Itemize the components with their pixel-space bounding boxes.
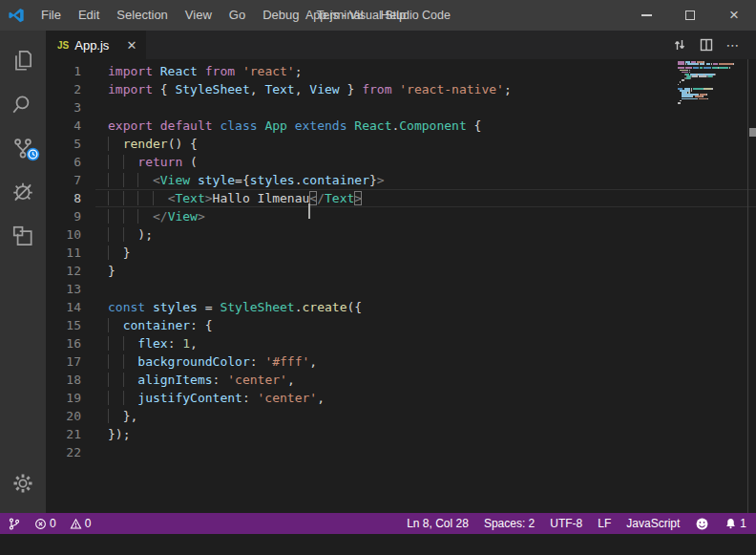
feedback-smiley-icon[interactable]	[695, 517, 709, 531]
code-line[interactable]: 10 );	[46, 225, 756, 244]
error-icon	[34, 518, 47, 530]
menu-debug[interactable]: Debug	[254, 0, 307, 31]
editor-actions: ⋯	[666, 31, 756, 59]
eol[interactable]: LF	[598, 517, 611, 530]
code-line[interactable]: 5 render() {	[46, 135, 756, 153]
code-line[interactable]: 15 container: {	[46, 316, 756, 334]
code-line[interactable]: 18 alignItems: 'center',	[46, 371, 756, 389]
code-line[interactable]: 11 }	[46, 244, 756, 262]
line-number[interactable]: 15	[46, 316, 95, 334]
line-number[interactable]: 10	[46, 225, 95, 244]
code-line[interactable]: 6 return (	[46, 153, 756, 171]
code-line[interactable]: 8 <Text>Hallo Ilmenau</Text>	[46, 189, 756, 207]
code-line[interactable]: 2import { StyleSheet, Text, View } from …	[46, 80, 756, 98]
code-line[interactable]: 7 <View style={styles.container}>	[46, 171, 756, 189]
code-line[interactable]: 19 justifyContent: 'center',	[46, 389, 756, 407]
git-branch-icon[interactable]	[8, 517, 21, 531]
split-editor-icon[interactable]	[693, 31, 720, 59]
code-line[interactable]: 3	[46, 98, 756, 117]
menu-file[interactable]: File	[32, 0, 70, 31]
cursor-position[interactable]: Ln 8, Col 28	[407, 517, 469, 530]
errors-count: 0	[50, 517, 56, 530]
encoding[interactable]: UTF-8	[550, 517, 582, 530]
menu-selection[interactable]: Selection	[108, 0, 176, 31]
warnings-item[interactable]: 0	[70, 517, 92, 530]
line-number[interactable]: 3	[46, 98, 95, 117]
line-number[interactable]: 21	[46, 425, 95, 443]
tab-label: App.js	[74, 38, 109, 53]
editor[interactable]: 1import React from 'react';2import { Sty…	[46, 59, 756, 513]
code-line[interactable]: 14const styles = StyleSheet.create({	[46, 298, 756, 316]
titlebar: FileEditSelectionViewGoDebugTerminalHelp…	[0, 0, 756, 31]
code-line[interactable]: 21});	[46, 425, 756, 443]
errors-item[interactable]: 0	[34, 517, 56, 530]
line-number[interactable]: 6	[46, 153, 95, 171]
js-file-icon: JS	[57, 40, 69, 51]
line-number[interactable]: 12	[46, 262, 95, 280]
scm-clock-badge	[26, 147, 40, 165]
debug-icon[interactable]	[0, 170, 46, 214]
line-number[interactable]: 18	[46, 371, 95, 389]
more-actions-icon[interactable]: ⋯	[720, 31, 746, 59]
line-number[interactable]: 20	[46, 407, 95, 425]
line-number[interactable]: 22	[46, 443, 95, 461]
code-line[interactable]: 1import React from 'react';	[46, 62, 756, 80]
menu-edit[interactable]: Edit	[70, 0, 108, 31]
notifications-bell[interactable]: 1	[724, 517, 746, 530]
tab-close-icon[interactable]: ✕	[126, 38, 136, 53]
line-number[interactable]: 9	[46, 207, 95, 225]
search-icon[interactable]	[0, 82, 46, 126]
code-line[interactable]: 12}	[46, 262, 756, 280]
settings-gear-icon[interactable]	[0, 461, 46, 505]
line-number[interactable]: 16	[46, 334, 95, 352]
minimap[interactable]	[678, 61, 746, 106]
cursor-marker	[749, 128, 756, 137]
indentation[interactable]: Spaces: 2	[484, 517, 535, 530]
explorer-icon[interactable]	[0, 38, 46, 82]
activity-bar	[0, 31, 46, 513]
code-line[interactable]: 4export default class App extends React.…	[46, 117, 756, 135]
line-number[interactable]: 8	[46, 189, 95, 207]
maximize-button[interactable]	[668, 0, 712, 31]
code-line[interactable]: 9 </View>	[46, 207, 756, 225]
code-line[interactable]: 16 flex: 1,	[46, 334, 756, 352]
overview-ruler[interactable]	[747, 59, 756, 513]
notification-count: 1	[740, 517, 746, 530]
line-number[interactable]: 7	[46, 171, 95, 189]
vscode-logo-icon	[0, 7, 32, 24]
code-lines: 1import React from 'react';2import { Sty…	[46, 62, 756, 461]
minimize-button[interactable]	[624, 0, 668, 31]
warnings-count: 0	[85, 517, 92, 530]
window-title: App.js - Visual Studio Code	[305, 9, 451, 22]
sync-icon[interactable]	[666, 31, 693, 59]
line-number[interactable]: 13	[46, 280, 95, 298]
line-number[interactable]: 4	[46, 117, 95, 135]
status-bar: 0 0 Ln 8, Col 28 Spaces: 2 UTF-8 LF Java…	[0, 513, 756, 534]
extensions-icon[interactable]	[0, 214, 46, 258]
line-number[interactable]: 11	[46, 244, 95, 262]
code-line[interactable]: 13	[46, 280, 756, 298]
tab-appjs[interactable]: JS App.js ✕	[46, 31, 146, 59]
code-line[interactable]: 20 },	[46, 407, 756, 425]
code-line[interactable]: 17 backgroundColor: '#fff',	[46, 352, 756, 371]
menu-go[interactable]: Go	[220, 0, 254, 31]
line-number[interactable]: 2	[46, 80, 95, 98]
line-number[interactable]: 5	[46, 135, 95, 153]
line-number[interactable]: 17	[46, 352, 95, 371]
menu-view[interactable]: View	[177, 0, 220, 31]
warning-icon	[70, 518, 82, 530]
line-number[interactable]: 19	[46, 389, 95, 407]
close-button[interactable]: ×	[712, 0, 756, 31]
line-number[interactable]: 14	[46, 298, 95, 316]
code-line[interactable]: 22	[46, 443, 756, 461]
line-number[interactable]: 1	[46, 62, 95, 80]
tab-bar: JS App.js ✕ ⋯	[46, 31, 756, 59]
language-mode[interactable]: JavaScript	[626, 517, 680, 530]
source-control-icon[interactable]	[0, 126, 46, 170]
